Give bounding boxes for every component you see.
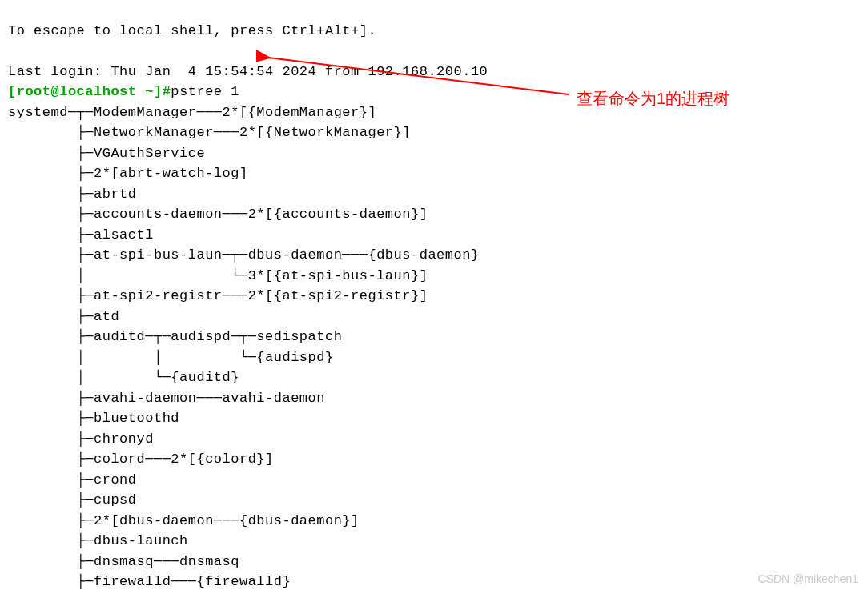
tree-line: ├─at-spi-bus-laun─┬─dbus-daemon───{dbus-…: [8, 247, 480, 263]
terminal-output[interactable]: To escape to local shell, press Ctrl+Alt…: [0, 0, 868, 594]
tree-line: ├─at-spi2-registr───2*[{at-spi2-registr}…: [8, 288, 428, 303]
tree-line: ├─NetworkManager───2*[{NetworkManager}]: [8, 125, 411, 140]
tree-line: ├─bluetoothd: [8, 411, 179, 426]
tree-line: ├─alsactl: [8, 227, 154, 243]
tree-line: ├─colord───2*[{colord}]: [8, 452, 274, 467]
tree-line: ├─avahi-daemon───avahi-daemon: [8, 391, 325, 406]
tree-line: ├─atd: [8, 309, 119, 324]
escape-hint: To escape to local shell, press Ctrl+Alt…: [8, 23, 376, 38]
tree-line: ├─cupsd: [8, 492, 137, 508]
tree-line: ├─abrtd: [8, 187, 137, 202]
tree-line: ├─chronyd: [8, 431, 154, 447]
tree-line: │ └─{auditd}: [8, 370, 239, 385]
last-login-line: Last login: Thu Jan 4 15:54:54 2024 from…: [8, 64, 488, 79]
command-text: pstree 1: [171, 84, 239, 99]
tree-line: │ └─3*[{at-spi-bus-laun}]: [8, 268, 428, 283]
tree-line: ├─2*[dbus-daemon───{dbus-daemon}]: [8, 513, 360, 528]
annotation-label: 查看命令为1的进程树: [577, 86, 729, 110]
tree-line: ├─crond: [8, 472, 137, 488]
tree-line: ├─firewalld───{firewalld}: [8, 574, 291, 589]
tree-line: ├─accounts-daemon───2*[{accounts-daemon}…: [8, 207, 428, 222]
tree-line: ├─auditd─┬─audispd─┬─sedispatch: [8, 329, 342, 344]
watermark-text: CSDN @mikechen1: [758, 571, 858, 588]
tree-line: ├─dnsmasq───dnsmasq: [8, 554, 239, 569]
shell-prompt: [root@localhost ~]#: [8, 84, 171, 99]
tree-line: ├─2*[abrt-watch-log]: [8, 166, 248, 181]
tree-line: ├─dbus-launch: [8, 533, 188, 548]
tree-line: │ │ └─{audispd}: [8, 350, 334, 365]
tree-line: ├─VGAuthService: [8, 146, 205, 161]
tree-line: systemd─┬─ModemManager───2*[{ModemManage…: [8, 105, 376, 120]
